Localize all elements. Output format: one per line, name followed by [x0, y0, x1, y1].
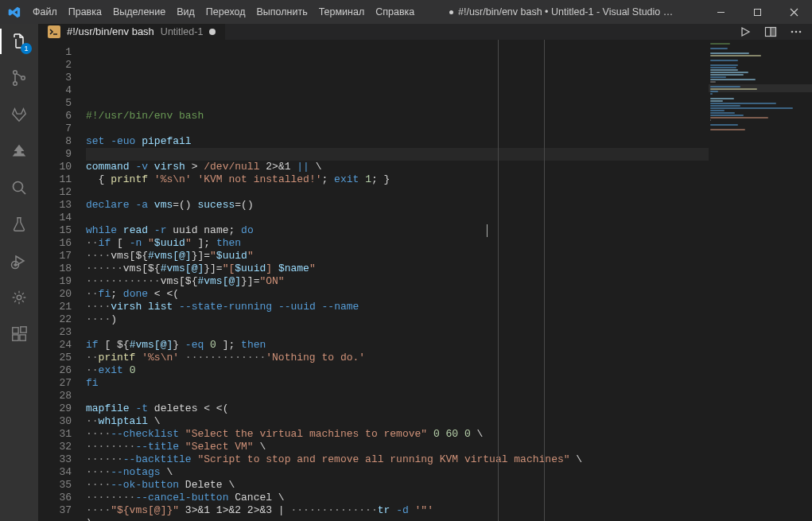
ruler-2: [544, 40, 545, 521]
code-line: ··if [ -n "$uuid" ]; then: [86, 237, 709, 250]
code-line: { printf '%s\n' 'KVM not installed!'; ex…: [86, 173, 709, 186]
svg-point-17: [799, 31, 802, 33]
code-line: ····virsh list --state-running --uuid --…: [86, 301, 709, 313]
code-line: ): [86, 517, 709, 521]
more-actions-button[interactable]: [788, 24, 804, 40]
menu-item-1[interactable]: Правка: [63, 0, 107, 24]
code-line: [86, 122, 709, 135]
code-line: ······--backtitle "Script to stop and re…: [86, 453, 709, 466]
editor-tabs: #!/usr/bin/env bash Untitled-1: [38, 24, 812, 40]
split-editor-button[interactable]: [763, 24, 779, 40]
modified-indicator-icon: [209, 29, 216, 35]
code-line: mapfile -t deletes < <(: [86, 402, 709, 415]
svg-rect-11: [21, 327, 26, 332]
code-line: ············vms[${#vms[@]}]="ON": [86, 275, 709, 288]
code-content[interactable]: #!/usr/bin/env bashset -euo pipefailcomm…: [86, 40, 709, 521]
minimize-button[interactable]: [702, 0, 739, 24]
explorer-badge: 1: [21, 43, 32, 54]
code-line: [86, 148, 709, 161]
code-line: declare -a vms=() sucess=(): [86, 199, 709, 212]
run-button[interactable]: [737, 24, 753, 40]
menu-item-6[interactable]: Терминал: [313, 0, 371, 24]
close-button[interactable]: [775, 0, 812, 24]
svg-point-6: [14, 264, 16, 266]
code-editor[interactable]: 1234567891011121314151617181920212223242…: [38, 40, 812, 521]
code-line: ········--cancel-button Cancel \: [86, 492, 709, 504]
code-line: [86, 212, 709, 224]
svg-rect-8: [13, 328, 18, 333]
code-line: ······vms[${#vms[@]}]="[$uuid] $name": [86, 262, 709, 275]
settings-gear-icon[interactable]: [8, 286, 30, 309]
menu-item-5[interactable]: Выполнить: [251, 0, 313, 24]
code-line: ····vms[${#vms[@]}]="$uuid": [86, 250, 709, 262]
svg-point-15: [791, 31, 794, 33]
app-logo: [0, 6, 27, 19]
explorer-icon[interactable]: 1: [8, 30, 30, 52]
debug-icon[interactable]: [8, 250, 30, 272]
code-line: while read -r uuid name; do: [86, 224, 709, 237]
code-line: #!/usr/bin/env bash: [86, 110, 709, 122]
activity-bar: 1: [0, 24, 38, 521]
svg-point-3: [21, 76, 25, 80]
window-title: #!/usr/bin/env bash • Untitled-1 - Visua…: [420, 6, 702, 17]
menu-bar: ФайлПравкаВыделениеВидПереходВыполнитьТе…: [27, 0, 420, 24]
extensions-icon[interactable]: [8, 323, 30, 345]
maximize-button[interactable]: [739, 0, 775, 24]
svg-point-4: [14, 182, 23, 192]
menu-item-3[interactable]: Вид: [171, 0, 200, 24]
code-line: [86, 326, 709, 339]
modified-dot-icon: [449, 10, 453, 14]
code-line: ····--notags \: [86, 466, 709, 479]
menu-item-7[interactable]: Справка: [370, 0, 420, 24]
shell-file-icon: [48, 25, 60, 38]
code-line: if [ ${#vms[@]} -eq 0 ]; then: [86, 339, 709, 352]
svg-rect-12: [48, 25, 60, 38]
svg-point-7: [17, 295, 21, 300]
menu-item-4[interactable]: Переход: [200, 0, 251, 24]
svg-point-16: [795, 31, 798, 33]
code-line: [86, 390, 709, 402]
code-line: ········--title "Select VM" \: [86, 441, 709, 453]
code-line: fi: [86, 377, 709, 390]
tab-file-label: Untitled-1: [161, 26, 204, 37]
code-line: ··exit 0: [86, 364, 709, 377]
tab-language-label: #!/usr/bin/env bash: [67, 25, 154, 37]
code-line: ····--ok-button Delete \: [86, 479, 709, 492]
svg-rect-9: [13, 335, 18, 340]
code-line: set -euo pipefail: [86, 135, 709, 148]
menu-item-2[interactable]: Выделение: [107, 0, 171, 24]
search-icon[interactable]: [8, 177, 30, 199]
tree-icon[interactable]: [8, 140, 30, 162]
code-line: ····"${vms[@]}" 3>&1 1>&2 2>&3 | ·······…: [86, 504, 709, 517]
minimap[interactable]: [709, 40, 812, 521]
code-line: [86, 186, 709, 199]
code-line: command -v virsh > /dev/null 2>&1 || \: [86, 161, 709, 173]
ruler-1: [498, 40, 499, 521]
code-line: ····): [86, 313, 709, 326]
window-controls: [702, 0, 812, 24]
text-cursor: [487, 224, 488, 237]
title-bar: ФайлПравкаВыделениеВидПереходВыполнитьТе…: [0, 0, 812, 24]
gitlab-icon[interactable]: [8, 103, 30, 126]
scm-icon[interactable]: [8, 67, 30, 89]
svg-rect-14: [771, 28, 776, 37]
tab-active[interactable]: #!/usr/bin/env bash Untitled-1: [38, 24, 225, 40]
svg-point-2: [14, 82, 17, 86]
code-line: ··whiptail \: [86, 415, 709, 428]
code-line: ····--checklist "Select the virtual mach…: [86, 428, 709, 441]
window-title-text: #!/usr/bin/env bash • Untitled-1 - Visua…: [458, 6, 673, 17]
line-numbers: 1234567891011121314151617181920212223242…: [38, 40, 86, 521]
svg-rect-0: [754, 9, 760, 15]
svg-rect-10: [20, 335, 25, 340]
test-icon[interactable]: [8, 213, 30, 235]
code-line: ··printf '%s\n' ·············'Nothing to…: [86, 352, 709, 364]
menu-item-0[interactable]: Файл: [27, 0, 63, 24]
code-line: ··fi; done < <(: [86, 288, 709, 301]
